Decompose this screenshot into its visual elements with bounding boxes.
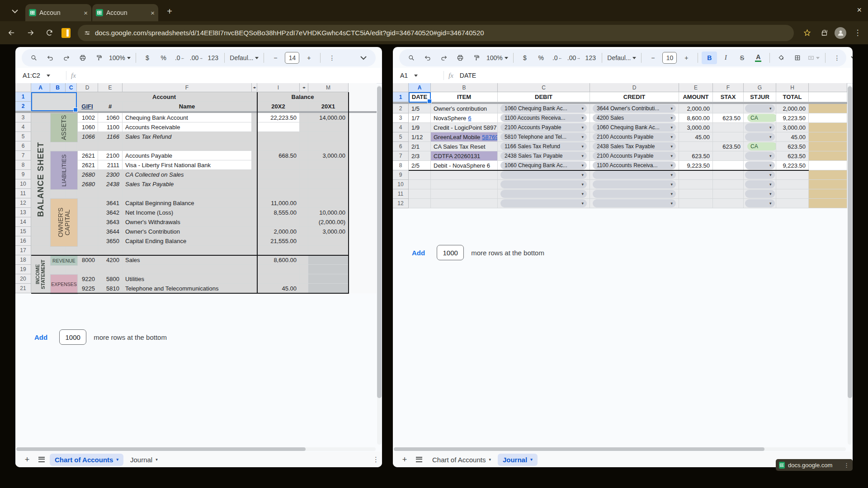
- debit-dropdown[interactable]: 1166 Sales Tax Refund▾: [500, 142, 587, 150]
- cell[interactable]: [679, 199, 713, 208]
- stjur-dropdown[interactable]: CA: [747, 114, 776, 122]
- more-formats-button[interactable]: 123: [205, 52, 221, 64]
- stjur-dropdown[interactable]: ▾: [745, 180, 775, 188]
- cell[interactable]: 9,223.50: [776, 113, 809, 123]
- cell[interactable]: 2100 Accounts Payable▾: [498, 123, 590, 132]
- debit-dropdown[interactable]: ▾: [500, 171, 587, 179]
- section-label-liabilities[interactable]: LIABILITIES: [50, 151, 78, 190]
- cell[interactable]: [308, 189, 349, 198]
- cell[interactable]: [713, 170, 744, 180]
- cell[interactable]: 2/3: [409, 151, 431, 161]
- column-header-m[interactable]: M: [308, 83, 349, 92]
- bookmark-star-icon[interactable]: [800, 26, 814, 40]
- cell[interactable]: ▾: [590, 170, 679, 180]
- cell[interactable]: 45.00: [257, 284, 300, 293]
- format-currency-button[interactable]: $: [517, 52, 533, 64]
- row-header[interactable]: 1: [15, 92, 31, 102]
- cell[interactable]: [776, 189, 809, 199]
- cell-total-header[interactable]: TOTAL: [776, 92, 809, 102]
- browser-menu-kebab-icon[interactable]: ⋮: [851, 26, 864, 40]
- column-header-f[interactable]: F: [713, 83, 744, 92]
- cell[interactable]: [300, 113, 308, 122]
- cell[interactable]: 9225: [77, 284, 98, 293]
- cell[interactable]: [308, 160, 349, 170]
- cell[interactable]: [257, 141, 300, 151]
- cell[interactable]: [50, 265, 66, 274]
- cell[interactable]: [713, 199, 744, 208]
- cell[interactable]: 2/1: [409, 142, 431, 151]
- section-label-expenses[interactable]: EXPENSES: [50, 274, 78, 294]
- cell[interactable]: [98, 246, 123, 255]
- tab-close-icon[interactable]: ×: [151, 9, 155, 17]
- cell[interactable]: CA: [744, 142, 776, 151]
- cell[interactable]: 623.50: [776, 142, 809, 151]
- sheet-tab-journal[interactable]: Journal▾: [498, 454, 538, 466]
- cell[interactable]: [77, 246, 98, 255]
- cell[interactable]: ▾: [590, 189, 679, 199]
- cell[interactable]: ▾: [744, 132, 776, 142]
- address-bar[interactable]: docs.google.com/spreadsheets/d/14EEl8I7n…: [78, 25, 794, 41]
- borders-icon[interactable]: [790, 52, 805, 64]
- cell[interactable]: [66, 141, 77, 151]
- row-header[interactable]: 6: [15, 141, 31, 151]
- debit-dropdown[interactable]: 1100 Accounts Receiva...▾: [500, 114, 587, 122]
- cell[interactable]: [50, 189, 66, 198]
- cell[interactable]: ▾: [498, 189, 590, 199]
- formula-input[interactable]: DATE: [460, 72, 476, 79]
- cell[interactable]: [431, 170, 498, 180]
- cell[interactable]: [77, 236, 98, 246]
- reading-list-icon[interactable]: [61, 28, 71, 38]
- cell[interactable]: [679, 142, 713, 151]
- stjur-dropdown[interactable]: ▾: [745, 152, 775, 160]
- cell-stax-header[interactable]: STAX: [713, 92, 744, 102]
- cell[interactable]: [300, 179, 308, 189]
- stjur-dropdown[interactable]: ▾: [745, 161, 775, 169]
- cell[interactable]: 1060 Chequing Bank Ac...▾: [498, 104, 590, 113]
- section-label-revenue[interactable]: REVENUE: [50, 255, 78, 266]
- tab-close-icon[interactable]: ×: [84, 9, 88, 17]
- stjur-dropdown[interactable]: ▾: [745, 133, 775, 141]
- cell[interactable]: 2438 Sales Tax Payable▾: [498, 151, 590, 161]
- cell[interactable]: [300, 102, 308, 111]
- cell[interactable]: [98, 265, 123, 274]
- cell[interactable]: 5810 Telephone and Tel...▾: [498, 132, 590, 142]
- cell[interactable]: [713, 132, 744, 142]
- cell[interactable]: [308, 198, 349, 208]
- cell[interactable]: Telephone and Telecommunications: [123, 284, 252, 293]
- cell[interactable]: Accounts Payable: [123, 151, 252, 160]
- cell[interactable]: 2621: [77, 151, 98, 160]
- row-header[interactable]: 6: [393, 142, 409, 151]
- cell[interactable]: 45.00: [679, 132, 713, 142]
- column-header-h[interactable]: H: [776, 83, 809, 92]
- all-sheets-icon[interactable]: [413, 453, 425, 466]
- row-header[interactable]: 9: [15, 170, 31, 179]
- cell[interactable]: [77, 141, 98, 151]
- cell[interactable]: 2300: [98, 170, 123, 179]
- row-header[interactable]: 4: [15, 122, 31, 132]
- cell[interactable]: 22,223.50: [257, 113, 300, 122]
- cell[interactable]: GreenLeaf Mobile58769: [431, 132, 498, 142]
- cell[interactable]: 1/9: [409, 123, 431, 132]
- cell[interactable]: ▾: [590, 199, 679, 208]
- cell[interactable]: 1060: [98, 113, 123, 122]
- toolbar-more-kebab-icon[interactable]: ⋮: [829, 52, 844, 64]
- cell[interactable]: [300, 265, 308, 274]
- cell[interactable]: Chequing Bank Account: [123, 113, 252, 122]
- add-rows-button[interactable]: Add: [30, 331, 52, 344]
- cell[interactable]: Owner's Contribution: [123, 227, 252, 236]
- browser-tab-1[interactable]: Accoun ×: [25, 4, 91, 21]
- credit-dropdown[interactable]: 2100 Accounts Payable▾: [593, 152, 676, 160]
- cell[interactable]: 3,000.00: [776, 123, 809, 132]
- debit-dropdown[interactable]: 1060 Chequing Bank Ac...▾: [500, 104, 587, 113]
- cell[interactable]: Owner's contribution: [431, 104, 498, 113]
- cell[interactable]: [300, 160, 308, 170]
- column-header-a[interactable]: A: [409, 83, 431, 92]
- cell[interactable]: [300, 208, 308, 217]
- cell[interactable]: [257, 274, 300, 284]
- cell[interactable]: 1166 Sales Tax Refund▾: [498, 142, 590, 151]
- sheet-tab-chart-of-accounts[interactable]: Chart of Accounts▾: [50, 454, 123, 466]
- cell[interactable]: [809, 104, 847, 113]
- cell[interactable]: 2111: [98, 160, 123, 170]
- cell[interactable]: [257, 122, 300, 132]
- row-header[interactable]: 13: [15, 208, 31, 217]
